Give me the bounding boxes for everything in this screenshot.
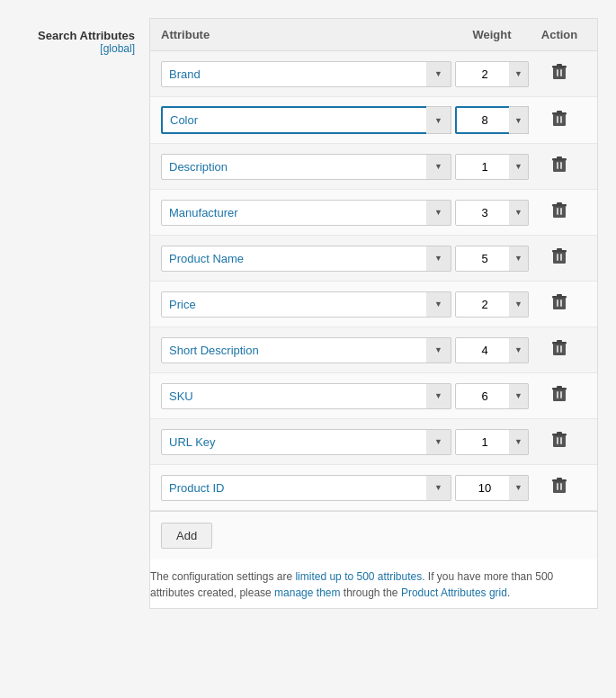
footer-link-1[interactable]: limited up to 500 attributes xyxy=(295,570,422,583)
weight-select[interactable]: 8 xyxy=(455,106,529,134)
footer-text-1: The configuration settings are xyxy=(150,570,295,583)
table-body: Brand2 Color8 Description1 Manufacturer3… xyxy=(150,51,597,511)
svg-rect-0 xyxy=(553,67,566,79)
weight-select-wrapper: 8 xyxy=(451,106,532,134)
attribute-select[interactable]: Description xyxy=(161,154,451,180)
svg-rect-2 xyxy=(560,69,562,76)
trash-icon xyxy=(552,64,567,80)
trash-icon xyxy=(552,294,567,310)
weight-select-wrapper: 10 xyxy=(451,475,532,501)
attribute-select-wrapper: Color xyxy=(161,106,451,134)
action-cell xyxy=(532,199,586,226)
action-cell xyxy=(532,428,586,455)
action-cell xyxy=(532,107,586,134)
header-action: Action xyxy=(532,28,586,41)
svg-rect-22 xyxy=(560,254,562,261)
table-row: Product Name5 xyxy=(150,236,597,282)
weight-select[interactable]: 6 xyxy=(455,383,529,409)
svg-rect-41 xyxy=(557,437,558,444)
svg-rect-11 xyxy=(557,162,558,169)
weight-select[interactable]: 2 xyxy=(455,61,529,87)
svg-rect-46 xyxy=(557,483,558,490)
delete-button[interactable] xyxy=(549,291,570,318)
action-cell xyxy=(532,382,586,409)
delete-button[interactable] xyxy=(549,474,570,501)
attribute-select[interactable]: Short Description xyxy=(161,337,451,363)
delete-button[interactable] xyxy=(549,153,570,180)
svg-rect-6 xyxy=(557,116,558,123)
svg-rect-24 xyxy=(557,248,562,251)
svg-rect-44 xyxy=(557,432,562,434)
svg-rect-21 xyxy=(557,254,558,261)
delete-button[interactable] xyxy=(549,382,570,409)
footer-link-2[interactable]: manage them xyxy=(274,586,340,599)
svg-rect-34 xyxy=(557,340,562,343)
svg-rect-31 xyxy=(557,345,558,353)
weight-select[interactable]: 1 xyxy=(455,429,529,455)
svg-rect-15 xyxy=(553,206,566,218)
attribute-select-wrapper: Description xyxy=(161,154,451,180)
attribute-select[interactable]: URL Key xyxy=(161,429,451,455)
sidebar-title: Search Attributes xyxy=(18,29,135,42)
weight-select-wrapper: 2 xyxy=(451,61,532,87)
svg-rect-1 xyxy=(557,69,558,76)
footer-text-3: through the xyxy=(340,586,400,599)
weight-select[interactable]: 1 xyxy=(455,154,529,180)
action-cell xyxy=(532,336,586,363)
delete-button[interactable] xyxy=(549,245,570,272)
delete-button[interactable] xyxy=(549,107,570,134)
action-cell xyxy=(532,153,586,180)
svg-rect-5 xyxy=(553,114,566,126)
footer-note: The configuration settings are limited u… xyxy=(150,559,597,608)
weight-select-wrapper: 5 xyxy=(451,246,532,272)
trash-icon xyxy=(552,340,567,356)
attribute-select[interactable]: Brand xyxy=(161,61,451,87)
delete-button[interactable] xyxy=(549,428,570,455)
header-weight: Weight xyxy=(451,28,532,41)
footer-text-4: . xyxy=(507,586,510,599)
attribute-select[interactable]: Price xyxy=(161,291,451,318)
delete-button[interactable] xyxy=(549,336,570,363)
table-row: Brand2 xyxy=(150,51,597,97)
weight-select-wrapper: 3 xyxy=(451,200,532,226)
attribute-select[interactable]: Manufacturer xyxy=(161,200,451,226)
attribute-select-wrapper: URL Key xyxy=(161,429,451,455)
weight-select[interactable]: 3 xyxy=(455,200,529,226)
action-cell xyxy=(532,474,586,501)
table-row: Short Description4 xyxy=(150,327,597,373)
svg-rect-20 xyxy=(553,252,566,264)
svg-rect-42 xyxy=(560,437,562,444)
attribute-select-wrapper: Short Description xyxy=(161,337,451,363)
add-button[interactable]: Add xyxy=(161,523,212,549)
svg-rect-49 xyxy=(557,478,562,480)
delete-button[interactable] xyxy=(549,60,570,87)
attribute-select[interactable]: Product Name xyxy=(161,246,451,272)
weight-select[interactable]: 4 xyxy=(455,337,529,363)
weight-select-wrapper: 2 xyxy=(451,291,532,318)
weight-select[interactable]: 2 xyxy=(455,291,529,318)
weight-select-wrapper: 6 xyxy=(451,383,532,409)
attribute-select-wrapper: SKU xyxy=(161,383,451,409)
table-row: Manufacturer3 xyxy=(150,190,597,236)
svg-rect-35 xyxy=(553,389,566,401)
table-row: URL Key1 xyxy=(150,419,597,465)
svg-rect-29 xyxy=(557,294,562,297)
svg-rect-45 xyxy=(553,481,566,493)
delete-button[interactable] xyxy=(549,199,570,226)
svg-rect-4 xyxy=(557,64,562,67)
svg-rect-26 xyxy=(557,300,558,307)
weight-select[interactable]: 5 xyxy=(455,246,529,272)
attribute-select-wrapper: Manufacturer xyxy=(161,200,451,226)
weight-select[interactable]: 10 xyxy=(455,475,529,501)
weight-select-wrapper: 1 xyxy=(451,429,532,455)
header-attribute: Attribute xyxy=(161,28,451,41)
svg-rect-19 xyxy=(557,202,562,205)
trash-icon xyxy=(552,248,567,264)
svg-rect-14 xyxy=(557,157,562,159)
svg-rect-47 xyxy=(560,483,562,490)
attribute-select[interactable]: Color xyxy=(161,106,451,134)
sidebar-subtitle: [global] xyxy=(18,42,135,55)
footer-link-3[interactable]: Product Attributes grid xyxy=(401,586,507,599)
attribute-select[interactable]: SKU xyxy=(161,383,451,409)
attribute-select[interactable]: Product ID xyxy=(161,475,451,501)
